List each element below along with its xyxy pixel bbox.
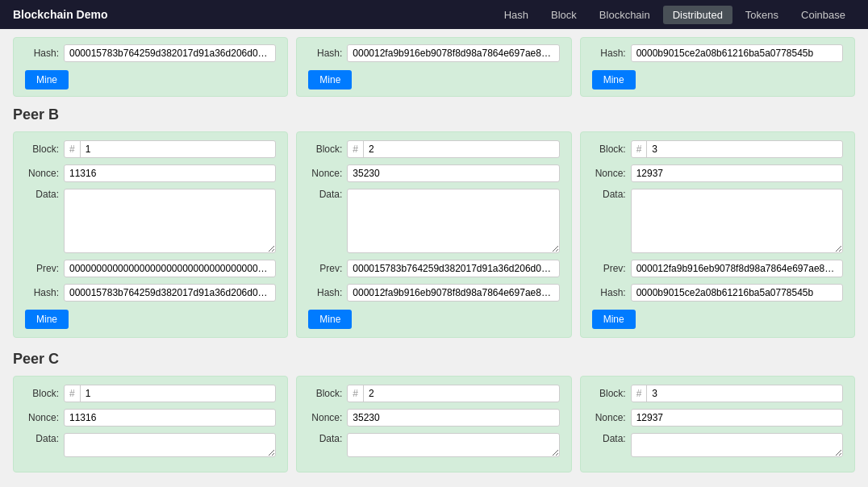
top-mine-btn-3[interactable]: Mine xyxy=(592,70,636,89)
nav-hash[interactable]: Hash xyxy=(495,6,538,24)
peer-c-block1-number-wrapper: # xyxy=(64,385,276,402)
peer-b-block2-mine-btn[interactable]: Mine xyxy=(308,310,352,329)
peer-b-block2-prev-row: Prev: xyxy=(308,260,559,277)
peer-b-block1-number-wrapper: # xyxy=(64,140,276,158)
peer-c-block1-block-row: Block: # xyxy=(25,385,276,402)
peer-b-block3-number-wrapper: # xyxy=(631,140,843,158)
peer-c-block3-block-row: Block: # xyxy=(592,385,843,402)
peer-b-block1-nonce-row: Nonce: xyxy=(25,164,276,182)
peer-b-block2-prev-label: Prev: xyxy=(308,263,342,274)
top-hash-row-2: Hash: xyxy=(308,44,559,62)
peer-b-block2-nonce-label: Nonce: xyxy=(308,168,342,179)
peer-c-block3-block-label: Block: xyxy=(592,388,626,399)
peer-b-block2-hash-symbol: # xyxy=(348,141,364,157)
peer-b-block1-hash-label: Hash: xyxy=(25,287,59,298)
peer-b-block3-data-row: Data: xyxy=(592,189,843,253)
top-hash-input-2[interactable] xyxy=(347,44,559,62)
peer-b-block2-data-textarea[interactable] xyxy=(347,189,559,253)
peer-c-block2-data-label: Data: xyxy=(308,433,342,444)
peer-b-block1-data-textarea[interactable] xyxy=(64,189,276,253)
peer-c-block2-data-textarea[interactable] xyxy=(347,433,559,457)
top-card-1: Hash: Mine xyxy=(13,37,288,97)
top-hash-label-1: Hash: xyxy=(25,48,59,59)
peer-b-section: Peer B Block: # Nonce: Data: xyxy=(13,106,855,338)
peer-b-block3-nonce-row: Nonce: xyxy=(592,164,843,182)
peer-c-block-1: Block: # Nonce: Data: xyxy=(13,376,288,472)
peer-c-block2-data-row: Data: xyxy=(308,433,559,457)
peer-b-block1-mine-btn[interactable]: Mine xyxy=(25,310,69,329)
peer-b-blocks-row: Block: # Nonce: Data: Prev: xyxy=(13,131,855,338)
peer-c-title: Peer C xyxy=(13,351,855,368)
navbar: Blockchain Demo Hash Block Blockchain Di… xyxy=(0,0,868,29)
peer-c-block3-number-wrapper: # xyxy=(631,385,843,402)
peer-b-block1-number-input[interactable] xyxy=(81,141,276,157)
top-hash-input-1[interactable] xyxy=(64,44,276,62)
peer-c-block1-number-input[interactable] xyxy=(81,385,276,402)
nav-tokens[interactable]: Tokens xyxy=(736,6,788,24)
top-card-2: Hash: Mine xyxy=(296,37,571,97)
top-hash-input-3[interactable] xyxy=(631,44,843,62)
peer-c-block2-block-row: Block: # xyxy=(308,385,559,402)
peer-b-block1-data-row: Data: xyxy=(25,189,276,253)
nav-block[interactable]: Block xyxy=(541,6,586,24)
peer-c-block1-block-label: Block: xyxy=(25,388,59,399)
peer-c-block3-data-textarea[interactable] xyxy=(631,433,843,457)
peer-b-block2-hash-row: Hash: xyxy=(308,284,559,302)
top-mine-btn-1[interactable]: Mine xyxy=(25,70,69,89)
peer-c-block1-data-row: Data: xyxy=(25,433,276,457)
peer-b-block2-data-label: Data: xyxy=(308,189,342,200)
peer-b-block3-hash-label: Hash: xyxy=(592,287,626,298)
navbar-brand: Blockchain Demo xyxy=(13,8,495,21)
peer-b-block3-prev-label: Prev: xyxy=(592,263,626,274)
peer-c-section: Peer C Block: # Nonce: Data: xyxy=(13,351,855,472)
peer-b-block2-block-row: Block: # xyxy=(308,140,559,158)
peer-b-block1-prev-input[interactable] xyxy=(64,260,276,277)
navbar-links: Hash Block Blockchain Distributed Tokens… xyxy=(495,6,855,24)
top-mine-btn-2[interactable]: Mine xyxy=(308,70,352,89)
peer-b-block3-nonce-input[interactable] xyxy=(631,164,843,182)
peer-b-block2-nonce-input[interactable] xyxy=(347,164,559,182)
peer-b-block1-hash-row: Hash: xyxy=(25,284,276,302)
peer-c-block-3: Block: # Nonce: Data: xyxy=(580,376,855,472)
peer-b-block1-block-label: Block: xyxy=(25,144,59,155)
peer-c-block2-nonce-input[interactable] xyxy=(347,409,559,427)
peer-b-block1-hash-symbol: # xyxy=(65,141,81,157)
peer-c-block3-number-input[interactable] xyxy=(647,385,842,402)
peer-c-block3-nonce-input[interactable] xyxy=(631,409,843,427)
peer-c-block2-hash-symbol: # xyxy=(348,385,364,402)
top-card-3: Hash: Mine xyxy=(580,37,855,97)
peer-b-block2-number-wrapper: # xyxy=(347,140,559,158)
peer-c-block1-data-textarea[interactable] xyxy=(64,433,276,457)
peer-c-block1-nonce-input[interactable] xyxy=(64,409,276,427)
peer-b-block2-prev-input[interactable] xyxy=(347,260,559,277)
peer-b-block3-hash-symbol: # xyxy=(632,141,648,157)
nav-distributed[interactable]: Distributed xyxy=(663,6,732,24)
nav-coinbase[interactable]: Coinbase xyxy=(791,6,855,24)
peer-b-block2-hash-label: Hash: xyxy=(308,287,342,298)
peer-b-block3-number-input[interactable] xyxy=(647,141,842,157)
peer-b-block1-hash-input[interactable] xyxy=(64,284,276,302)
nav-blockchain[interactable]: Blockchain xyxy=(590,6,660,24)
peer-b-block2-nonce-row: Nonce: xyxy=(308,164,559,182)
peer-b-block3-hash-input[interactable] xyxy=(631,284,843,302)
peer-b-block3-prev-row: Prev: xyxy=(592,260,843,277)
peer-c-block2-number-input[interactable] xyxy=(364,385,559,402)
top-partial-row: Hash: Mine Hash: Mine Hash: Mine xyxy=(13,37,855,97)
peer-b-block1-nonce-label: Nonce: xyxy=(25,168,59,179)
peer-b-block3-data-textarea[interactable] xyxy=(631,189,843,253)
peer-b-block3-block-label: Block: xyxy=(592,144,626,155)
peer-b-block3-mine-btn[interactable]: Mine xyxy=(592,310,636,329)
peer-c-block3-nonce-label: Nonce: xyxy=(592,412,626,423)
main-content: Hash: Mine Hash: Mine Hash: Mine Peer B xyxy=(0,29,868,487)
peer-b-block2-hash-input[interactable] xyxy=(347,284,559,302)
peer-b-block2-number-input[interactable] xyxy=(364,141,559,157)
peer-b-block-2: Block: # Nonce: Data: Prev: xyxy=(296,131,571,338)
peer-b-block3-prev-input[interactable] xyxy=(631,260,843,277)
peer-c-block3-data-label: Data: xyxy=(592,433,626,444)
peer-c-block-2: Block: # Nonce: Data: xyxy=(296,376,571,472)
peer-c-block3-nonce-row: Nonce: xyxy=(592,409,843,427)
peer-b-block-1: Block: # Nonce: Data: Prev: xyxy=(13,131,288,338)
peer-b-block1-nonce-input[interactable] xyxy=(64,164,276,182)
peer-b-block1-prev-label: Prev: xyxy=(25,263,59,274)
peer-b-title: Peer B xyxy=(13,106,855,123)
